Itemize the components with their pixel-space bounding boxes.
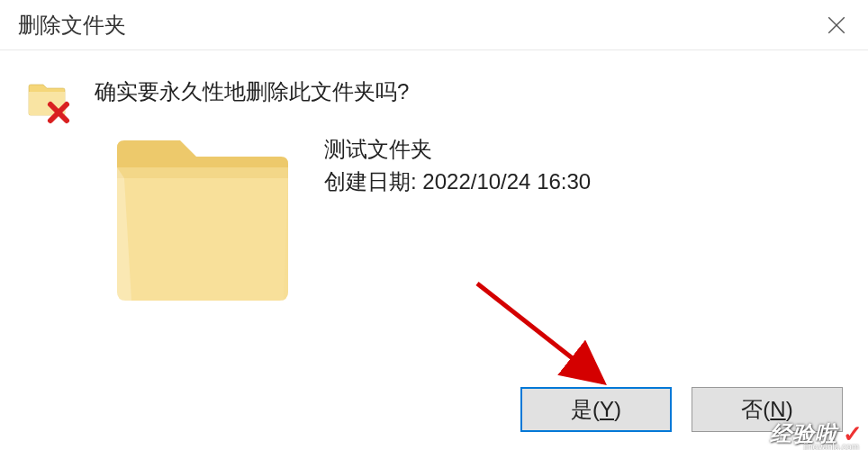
watermark-url: jingyanla.com	[804, 442, 859, 450]
created-value: 2022/10/24 16:30	[422, 169, 591, 194]
dialog-content: 确实要永久性地删除此文件夹吗? 测试文件夹 创建日期: 2022/10/24 1…	[0, 50, 868, 329]
created-label: 创建日期:	[324, 169, 417, 194]
close-button[interactable]	[805, 0, 868, 50]
item-name: 测试文件夹	[324, 135, 841, 164]
no-button[interactable]: 否(N)	[692, 387, 843, 432]
confirmation-question: 确实要永久性地删除此文件夹吗?	[95, 77, 841, 106]
dialog-button-row: 是(Y) 否(N)	[520, 387, 843, 432]
item-detail-row: 测试文件夹 创建日期: 2022/10/24 16:30	[108, 131, 841, 311]
folder-large-icon	[108, 131, 297, 311]
warning-icon-column	[27, 81, 72, 122]
titlebar: 删除文件夹	[0, 0, 868, 50]
no-button-underline-label: 否(N)	[741, 395, 792, 424]
window-title: 删除文件夹	[18, 11, 126, 40]
yes-button-underline-label: 是(Y)	[571, 395, 621, 424]
message-column: 确实要永久性地删除此文件夹吗? 测试文件夹 创建日期: 2022/10/24 1…	[95, 77, 841, 311]
close-icon	[827, 16, 845, 34]
yes-button[interactable]: 是(Y)	[520, 387, 672, 432]
item-created-date: 创建日期: 2022/10/24 16:30	[324, 167, 841, 196]
item-detail-text: 测试文件夹 创建日期: 2022/10/24 16:30	[324, 131, 841, 196]
folder-delete-icon	[27, 81, 72, 122]
